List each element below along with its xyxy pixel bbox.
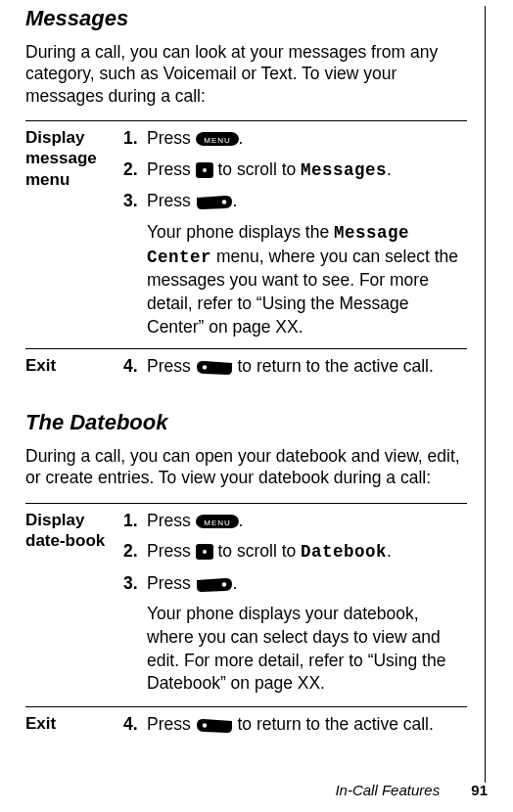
svg-point-3 [203, 168, 207, 172]
page-content: Messages During a call, you can look at … [25, 6, 486, 783]
step-num: 4. [123, 355, 147, 379]
intro-datebook: During a call, you can open your dateboo… [25, 445, 467, 489]
step-text: Press to scroll to Messages. [147, 158, 467, 183]
step-note: Your phone displays your datebook, where… [147, 603, 467, 697]
step-num: 4. [123, 713, 147, 737]
footer-page-number: 91 [471, 782, 488, 798]
step-text: Press MENU. [147, 127, 467, 151]
row-content: 1. Press MENU. 2. Press to scroll to Mes… [123, 121, 467, 349]
row-content: 1. Press MENU. 2. Press to scroll to Dat… [123, 503, 467, 706]
row-label: Display message menu [25, 121, 123, 349]
svg-point-11 [202, 723, 206, 727]
nav-icon [196, 161, 213, 179]
step-text: Press MENU. [147, 510, 467, 533]
page-footer: In-Call Features 91 [335, 782, 488, 798]
step-text: Press to return to the active call. [147, 713, 467, 737]
svg-text:MENU: MENU [204, 136, 231, 145]
softkey-icon [196, 195, 233, 210]
step-note: Your phone displays the Message Center m… [147, 221, 467, 338]
row-content: 4. Press to return to the active call. [123, 706, 467, 749]
svg-point-5 [202, 365, 206, 369]
svg-point-4 [221, 201, 225, 204]
step-text: Press to scroll to Datebook. [147, 540, 467, 564]
row-label: Exit [25, 706, 123, 749]
menu-icon: MENU [196, 513, 239, 530]
row-content: 4. Press to return to the active call. [123, 349, 467, 392]
menu-icon: MENU [196, 130, 239, 148]
back-icon [196, 360, 233, 376]
footer-chapter: In-Call Features [335, 782, 440, 798]
intro-messages: During a call, you can look at your mess… [25, 41, 467, 107]
svg-point-10 [221, 582, 225, 586]
step-num: 2. [123, 540, 147, 564]
heading-messages: Messages [25, 6, 467, 31]
nav-icon [196, 543, 213, 561]
step-num: 3. [123, 572, 147, 596]
step-num: 1. [123, 127, 147, 151]
step-text: Press to return to the active call. [147, 355, 467, 379]
softkey-icon [196, 577, 233, 593]
step-num: 3. [123, 190, 147, 213]
back-icon [196, 718, 233, 734]
step-num: 2. [123, 158, 147, 183]
heading-datebook: The Datebook [25, 410, 467, 435]
row-label: Display date-book [25, 503, 123, 706]
row-label: Exit [25, 349, 123, 392]
svg-text:MENU: MENU [204, 518, 231, 526]
step-text: Press . [147, 190, 467, 213]
table-messages: Display message menu 1. Press MENU. 2. P… [25, 120, 467, 392]
table-datebook: Display date-book 1. Press MENU. 2. Pres… [25, 503, 467, 750]
step-num: 1. [123, 510, 147, 533]
step-text: Press . [147, 572, 467, 596]
svg-point-9 [203, 550, 207, 554]
